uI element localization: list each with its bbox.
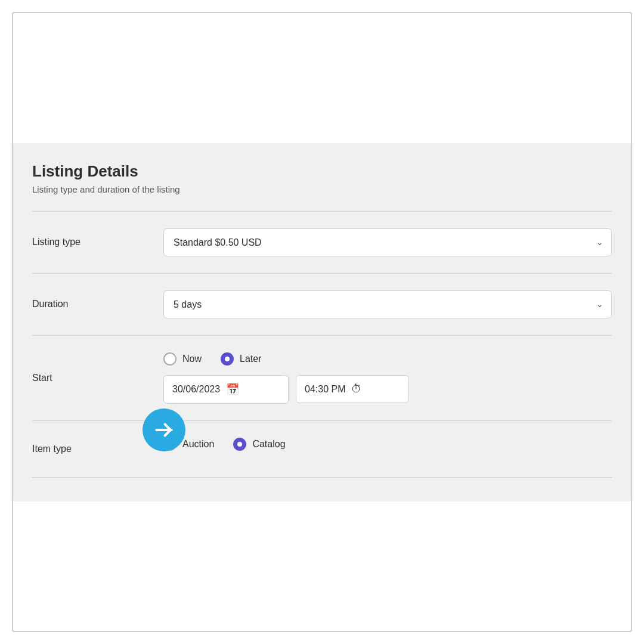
start-control: Now Later 30/06/2023 📅 04:30 PM ⏱: [163, 352, 612, 404]
start-now-label: Now: [182, 354, 202, 364]
listing-type-select[interactable]: Standard $0.50 USD Featured $1.00 USD Pr…: [163, 228, 612, 256]
start-row: Start Now Later 30/06/2023 📅: [32, 336, 612, 421]
duration-select[interactable]: 1 day 3 days 5 days 7 days 10 days 30 da…: [163, 290, 612, 318]
date-input-wrapper[interactable]: 30/06/2023 📅: [163, 375, 289, 404]
date-value: 30/06/2023: [172, 384, 220, 395]
item-type-control: Auction Catalog: [163, 438, 612, 460]
arrow-right-icon: [153, 419, 175, 441]
card-subtitle: Listing type and duration of the listing: [32, 184, 612, 194]
start-later-option[interactable]: Later: [221, 352, 261, 366]
start-later-radio[interactable]: [221, 352, 234, 366]
item-type-auction-label: Auction: [182, 439, 214, 450]
listing-type-row: Listing type Standard $0.50 USD Featured…: [32, 212, 612, 274]
calendar-icon: 📅: [226, 383, 239, 396]
outer-frame: Listing Details Listing type and duratio…: [12, 12, 632, 632]
listing-type-label: Listing type: [32, 237, 163, 247]
start-now-radio[interactable]: [163, 352, 177, 366]
duration-row: Duration 1 day 3 days 5 days 7 days 10 d…: [32, 274, 612, 336]
time-input-wrapper[interactable]: 04:30 PM ⏱: [296, 375, 409, 403]
clock-icon: ⏱: [351, 383, 362, 395]
duration-label: Duration: [32, 299, 163, 309]
listing-type-select-wrapper: Standard $0.50 USD Featured $1.00 USD Pr…: [163, 228, 612, 256]
start-radio-group: Now Later: [163, 352, 612, 366]
listing-details-card: Listing Details Listing type and duratio…: [13, 143, 631, 501]
time-value: 04:30 PM: [305, 384, 345, 395]
card-title: Listing Details: [32, 162, 612, 181]
duration-control: 1 day 3 days 5 days 7 days 10 days 30 da…: [163, 290, 612, 318]
item-type-row: Item type Auction Catalog: [32, 421, 612, 478]
start-later-label: Later: [240, 354, 261, 364]
item-type-radio-group: Auction Catalog: [163, 438, 612, 451]
start-now-option[interactable]: Now: [163, 352, 202, 366]
item-type-catalog-option[interactable]: Catalog: [233, 438, 285, 451]
item-type-catalog-label: Catalog: [252, 439, 285, 450]
start-label: Start: [32, 373, 163, 383]
listing-type-control: Standard $0.50 USD Featured $1.00 USD Pr…: [163, 228, 612, 256]
item-type-catalog-radio[interactable]: [233, 438, 246, 451]
date-time-row: 30/06/2023 📅 04:30 PM ⏱: [163, 375, 612, 404]
item-type-label: Item type: [32, 444, 163, 454]
duration-select-wrapper: 1 day 3 days 5 days 7 days 10 days 30 da…: [163, 290, 612, 318]
next-arrow-button[interactable]: [143, 408, 185, 451]
